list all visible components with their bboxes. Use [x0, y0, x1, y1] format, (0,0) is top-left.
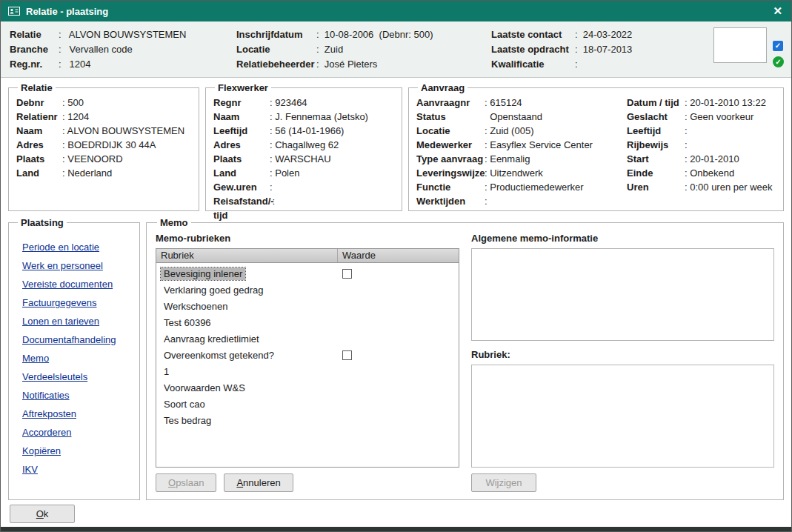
- field-label: Start: [627, 152, 685, 166]
- field-value: : Polen: [270, 166, 299, 180]
- memo-table-row[interactable]: Bevesiging inlener: [156, 265, 459, 282]
- button-label: nnuleren: [243, 477, 281, 488]
- field-row: Geslacht : Geen voorkeur: [627, 110, 776, 124]
- field-value: : 18-07-2013: [575, 42, 632, 57]
- field-row: Aanvraagnr : 615124: [416, 96, 627, 110]
- memo-value-checkbox[interactable]: [342, 350, 352, 360]
- plaatsing-link[interactable]: Kopiëren: [22, 442, 132, 460]
- field-row: Locatie : Zuid (005): [416, 124, 627, 138]
- annuleren-button[interactable]: Annuleren: [224, 473, 293, 492]
- memo-table-row[interactable]: Verklaring goed gedrag: [156, 282, 459, 298]
- plaatsing-link[interactable]: Vereiste documenten: [22, 275, 132, 293]
- memo-table-row[interactable]: 1: [156, 363, 459, 379]
- field-row: Type aanvraag : Eenmalig: [416, 152, 627, 166]
- field-label: Gew.uren: [213, 180, 270, 194]
- memo-info-section: Algemene memo-informatie Rubriek: Wijzig…: [471, 230, 774, 492]
- memo-table-row[interactable]: Soort cao: [156, 396, 459, 412]
- memo-table-header: Rubriek Waarde: [156, 249, 459, 263]
- field-value: : Zuid (005): [485, 124, 533, 138]
- memo-rubriek-cell: Soort cao: [156, 398, 338, 410]
- field-label: Inschrijfdatum: [236, 27, 316, 42]
- memo-table-row[interactable]: Werkschoenen: [156, 298, 459, 314]
- plaatsing-link[interactable]: Memo: [22, 349, 132, 368]
- field-value: : Geen voorkeur: [685, 110, 753, 124]
- field-row: Start : 20-01-2010: [627, 152, 776, 166]
- rubriek-memo-textarea[interactable]: [471, 365, 774, 468]
- memo-rubriek-text: Soort cao: [161, 398, 208, 410]
- memo-buttons-row: Opslaan Annuleren: [156, 473, 459, 492]
- memo-table-body: Bevesiging inlener Verklaring goed gedra…: [156, 263, 459, 467]
- dialog-footer: Ok: [1, 500, 791, 527]
- opslaan-button[interactable]: Opslaan: [156, 473, 216, 492]
- flexwerker-panel: Flexwerker Regnr : 923464 Naam : J. Fenn…: [205, 82, 402, 211]
- field-value: : 20-01-2010: [685, 152, 739, 166]
- field-label: Rijbewijs: [627, 138, 685, 152]
- memo-table-row[interactable]: Test 60396: [156, 314, 459, 330]
- field-label: Reg.nr.: [10, 57, 59, 72]
- plaatsing-link[interactable]: Werk en personeel: [22, 256, 132, 275]
- field-row: Branche : Vervallen code: [10, 42, 236, 57]
- wijzigen-button[interactable]: Wijzigen: [471, 473, 536, 492]
- field-label: Regnr: [213, 96, 270, 110]
- algemene-memo-textarea[interactable]: [471, 248, 774, 341]
- field-label: Einde: [627, 166, 685, 180]
- memo-value-checkbox[interactable]: [342, 269, 352, 279]
- field-label: Debnr: [16, 96, 62, 110]
- aanvraag-legend: Aanvraag: [418, 82, 467, 93]
- ok-button[interactable]: Ok: [10, 505, 75, 523]
- field-value: : José Pieters: [316, 57, 377, 72]
- field-label: Locatie: [416, 124, 485, 138]
- titlebar[interactable]: Relatie - plaatsing ✕: [1, 1, 791, 21]
- field-value: : J. Fennemaa (Jetsko): [270, 110, 368, 124]
- field-row: Laatste contact : 24-03-2022: [491, 27, 708, 42]
- plaatsing-link[interactable]: Factuurgegevens: [22, 293, 132, 312]
- field-row: Uren : 0:00 uren per week: [627, 180, 776, 194]
- field-row: Naam : J. Fennemaa (Jetsko): [213, 110, 394, 124]
- field-value: : 10-08-2006 (Debnr: 500): [316, 27, 433, 42]
- plaatsing-link[interactable]: Notificaties: [22, 386, 132, 405]
- memo-waarde-cell: [338, 269, 459, 279]
- field-label: Relatie: [10, 27, 59, 42]
- plaatsing-link[interactable]: Accorderen: [22, 423, 132, 442]
- plaatsing-link[interactable]: IKV: [22, 460, 132, 479]
- aanvraag-columns: Aanvraagnr : 615124 Status Openstaand Lo…: [416, 96, 776, 208]
- plaatsing-link[interactable]: Lonen en tarieven: [22, 312, 132, 330]
- status-icons: ✓ ✓: [773, 41, 784, 67]
- field-row: Datum / tijd : 20-01-2010 13:22: [627, 96, 776, 110]
- memo-rubriek-cell: Voorwaarden W&S: [156, 382, 338, 394]
- field-row: Rijbewijs :: [627, 138, 776, 152]
- field-label: Land: [16, 166, 62, 180]
- button-label: pslaan: [176, 477, 204, 488]
- plaatsing-link[interactable]: Verdeelsleutels: [22, 368, 132, 386]
- field-label: Werktijden: [416, 194, 485, 208]
- memo-waarde-cell: [338, 350, 459, 360]
- memo-table-row[interactable]: Aanvraag kredietlimiet: [156, 330, 459, 347]
- memo-legend: Memo: [157, 217, 191, 228]
- field-value: : Chagallweg 62: [270, 138, 339, 152]
- blue-checkbox-checked-icon: ✓: [773, 41, 783, 51]
- memo-table-row[interactable]: Overeenkomst getekend?: [156, 347, 459, 363]
- dialog-content: Relatie Debnr : 500 Relatienr : 1204 Naa…: [1, 78, 791, 500]
- field-value: : WARSCHAU: [270, 152, 331, 166]
- field-value: : VEENOORD: [62, 152, 123, 166]
- aanvraag-left-rows: Aanvraagnr : 615124 Status Openstaand Lo…: [416, 96, 627, 208]
- field-value: : 56 (14-01-1966): [270, 124, 344, 138]
- column-header-waarde: Waarde: [338, 249, 459, 262]
- memo-table-row[interactable]: Tes bedrag: [156, 412, 459, 428]
- header-column-laatste: Laatste contact : 24-03-2022 Laatste opd…: [491, 27, 708, 73]
- field-row: Adres : Chagallweg 62: [213, 138, 394, 152]
- memo-rubriek-text: Overeenkomst getekend?: [161, 349, 277, 362]
- close-icon[interactable]: ✕: [771, 4, 784, 18]
- field-row: Einde : Onbekend: [627, 166, 776, 180]
- button-label: k: [44, 508, 49, 519]
- plaatsing-link[interactable]: Aftrekposten: [22, 405, 132, 423]
- memo-rubriek-text: Bevesiging inlener: [161, 267, 245, 280]
- memo-panel: Memo Memo-rubrieken Rubriek Waarde Beves…: [146, 217, 784, 500]
- plaatsing-link[interactable]: Periode en locatie: [22, 238, 132, 256]
- memo-rubriek-text: Verklaring goed gedrag: [161, 284, 266, 296]
- plaatsing-link[interactable]: Documentafhandeling: [22, 330, 132, 349]
- field-label: Locatie: [236, 42, 316, 57]
- field-value: :: [685, 124, 688, 138]
- memo-table-row[interactable]: Voorwaarden W&S: [156, 379, 459, 396]
- field-row: Status Openstaand: [416, 110, 627, 124]
